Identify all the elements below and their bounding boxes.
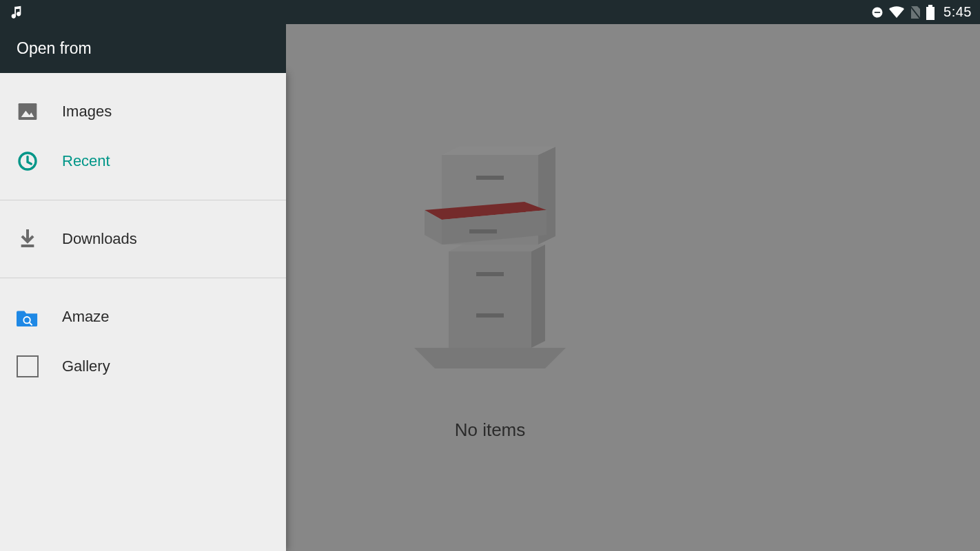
download-icon [17,228,39,250]
svg-rect-4 [928,5,932,7]
drawer-item-gallery[interactable]: Gallery [0,342,286,391]
drawer-section-apps: Amaze Gallery [0,278,286,405]
status-left [8,5,23,20]
dnd-icon [870,6,884,19]
drawer-header: Open from [0,24,286,73]
drawer-item-label: Recent [62,152,110,170]
image-icon [17,101,39,123]
wifi-icon [888,6,905,19]
gallery-icon [17,355,39,377]
root: { "status": { "time": "5:45" }, "app_bar… [0,0,980,551]
drawer-section-locations: Images Recent [0,73,286,200]
amaze-icon [17,306,39,328]
drawer-item-images[interactable]: Images [0,87,286,136]
no-sim-icon [909,5,921,20]
svg-rect-3 [926,7,935,20]
svg-rect-1 [875,12,880,13]
drawer-item-label: Gallery [62,357,110,375]
drawer-section-storage: Downloads [0,200,286,278]
svg-rect-29 [19,103,37,120]
svg-rect-32 [21,245,34,247]
music-icon [8,5,23,20]
clock-icon [17,150,39,172]
drawer-item-label: Images [62,103,112,121]
drawer-item-recent[interactable]: Recent [0,136,286,186]
drawer: Images Recent Downloads [0,73,286,551]
status-time: 5:45 [943,4,972,20]
drawer-item-downloads[interactable]: Downloads [0,214,286,264]
body: No items Images Recent [0,73,980,551]
drawer-title: Open from [17,39,92,58]
drawer-item-amaze[interactable]: Amaze [0,292,286,342]
status-right: 5:45 [870,4,972,20]
status-bar: 5:45 [0,0,980,24]
drawer-item-label: Downloads [62,230,137,248]
battery-icon [926,5,935,20]
drawer-item-label: Amaze [62,308,109,326]
